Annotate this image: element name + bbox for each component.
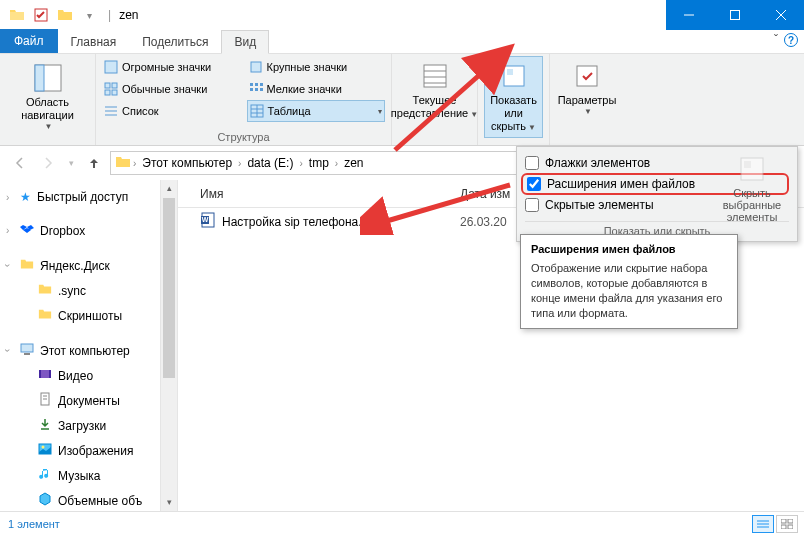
nav-sync[interactable]: .sync: [0, 278, 177, 303]
document-icon: [38, 392, 52, 409]
nav-quick-access[interactable]: ›★Быстрый доступ: [0, 186, 177, 208]
pc-icon: [20, 342, 34, 359]
title-separator: |: [108, 8, 111, 22]
ribbon-tabs: Файл Главная Поделиться Вид ˇ ?: [0, 30, 804, 54]
layout-table[interactable]: Таблица▾: [247, 100, 386, 122]
svg-rect-36: [39, 370, 41, 378]
view-details-button[interactable]: [752, 515, 774, 533]
nav-downloads[interactable]: Загрузки: [0, 413, 177, 438]
current-view-button[interactable]: Текущее представление▼: [398, 56, 471, 124]
options-button[interactable]: Параметры ▼: [556, 56, 618, 121]
help-icon[interactable]: ?: [784, 33, 798, 47]
svg-rect-10: [112, 83, 117, 88]
svg-rect-12: [112, 90, 117, 95]
folder-icon: [115, 154, 131, 173]
up-button[interactable]: [82, 151, 106, 175]
tooltip-body: Отображение или скрытие набора символов,…: [531, 261, 727, 320]
nav-screenshots[interactable]: Скриншоты: [0, 303, 177, 328]
layout-list[interactable]: Список: [102, 100, 241, 122]
nav-documents[interactable]: Документы: [0, 388, 177, 413]
tooltip: Расширения имен файлов Отображение или с…: [520, 234, 738, 329]
svg-rect-13: [250, 83, 253, 86]
file-name: Настройка sip телефона.docx: [222, 215, 387, 229]
chevron-right-icon[interactable]: ›: [299, 158, 302, 169]
checkbox-icon[interactable]: [525, 198, 539, 212]
navigation-pane-button[interactable]: Область навигации ▼: [6, 58, 89, 136]
checkbox-icon[interactable]: [527, 177, 541, 191]
breadcrumb[interactable]: tmp: [305, 154, 333, 172]
column-name[interactable]: Имя: [200, 187, 460, 201]
scrollbar-thumb[interactable]: [163, 198, 175, 378]
nav-scrollbar[interactable]: ▴ ▾: [160, 180, 177, 511]
maximize-button[interactable]: [712, 0, 758, 30]
chevron-right-icon[interactable]: ›: [6, 192, 9, 203]
quick-access-toolbar: ▾ | zen: [0, 4, 138, 26]
view-icons-button[interactable]: [776, 515, 798, 533]
checkbox-icon[interactable]: [525, 156, 539, 170]
svg-rect-6: [35, 65, 44, 91]
scroll-up-icon[interactable]: ▴: [161, 180, 177, 197]
chevron-down-icon[interactable]: ›: [2, 349, 13, 352]
window-controls: [666, 0, 804, 30]
nav-videos[interactable]: Видео: [0, 363, 177, 388]
tab-share[interactable]: Поделиться: [129, 29, 221, 53]
chevron-down-icon: ▼: [528, 123, 536, 132]
picture-icon: [38, 442, 52, 459]
close-button[interactable]: [758, 0, 804, 30]
svg-rect-31: [507, 69, 513, 75]
breadcrumb[interactable]: zen: [340, 154, 367, 172]
nav-this-pc[interactable]: ›Этот компьютер: [0, 338, 177, 363]
scroll-down-icon[interactable]: ▾: [161, 494, 177, 511]
nav-3d-objects[interactable]: Объемные объ: [0, 488, 177, 511]
folder-icon: [20, 257, 34, 274]
layout-small-icons[interactable]: Мелкие значки: [247, 78, 386, 100]
titlebar: ▾ | zen: [0, 0, 804, 30]
view-switcher: [752, 515, 798, 533]
qat-dropdown-icon[interactable]: ▾: [78, 4, 100, 26]
qat-properties-icon[interactable]: [30, 4, 52, 26]
hide-selected-icon: [736, 153, 768, 185]
svg-rect-16: [250, 88, 253, 91]
ribbon: Область навигации ▼ Огромные значки Круп…: [0, 54, 804, 146]
layout-huge-icons[interactable]: Огромные значки: [102, 56, 241, 78]
chevron-right-icon[interactable]: ›: [6, 225, 9, 236]
layout-large-icons[interactable]: Крупные значки: [247, 56, 386, 78]
svg-rect-48: [744, 161, 751, 168]
nav-pictures[interactable]: Изображения: [0, 438, 177, 463]
svg-rect-9: [105, 83, 110, 88]
window-title: zen: [119, 8, 138, 22]
minimize-button[interactable]: [666, 0, 712, 30]
show-hide-icon: [498, 60, 530, 92]
nav-yandex-disk[interactable]: ›Яндекс.Диск: [0, 253, 177, 278]
hide-selected-button[interactable]: Скрыть выбранные элементы: [717, 153, 787, 223]
tab-home[interactable]: Главная: [58, 29, 130, 53]
breadcrumb[interactable]: Этот компьютер: [138, 154, 236, 172]
svg-rect-37: [49, 370, 51, 378]
svg-text:W: W: [202, 216, 209, 223]
ribbon-collapse-icon[interactable]: ˇ: [774, 33, 778, 47]
layout-normal-icons[interactable]: Обычные значки: [102, 78, 241, 100]
svg-rect-33: [21, 344, 33, 352]
options-icon: [571, 60, 603, 92]
svg-rect-57: [788, 525, 793, 529]
chevron-right-icon[interactable]: ›: [335, 158, 338, 169]
chevron-right-icon[interactable]: ›: [238, 158, 241, 169]
tab-view[interactable]: Вид: [221, 30, 269, 54]
nav-music[interactable]: Музыка: [0, 463, 177, 488]
chevron-down-icon[interactable]: ›: [2, 264, 13, 267]
nav-dropbox[interactable]: ›Dropbox: [0, 218, 177, 243]
svg-rect-56: [781, 525, 786, 529]
navigation-pane-icon: [32, 62, 64, 94]
chevron-right-icon[interactable]: ›: [133, 158, 136, 169]
breadcrumb[interactable]: data (E:): [243, 154, 297, 172]
folder-icon: [38, 282, 52, 299]
show-hide-button[interactable]: Показать или скрыть▼: [484, 56, 543, 138]
tab-file[interactable]: Файл: [0, 29, 58, 53]
svg-rect-14: [255, 83, 258, 86]
star-icon: ★: [20, 190, 31, 204]
forward-button[interactable]: [36, 151, 60, 175]
recent-locations-button[interactable]: ▾: [64, 151, 78, 175]
back-button[interactable]: [8, 151, 32, 175]
svg-rect-18: [260, 88, 263, 91]
cube-icon: [38, 492, 52, 509]
